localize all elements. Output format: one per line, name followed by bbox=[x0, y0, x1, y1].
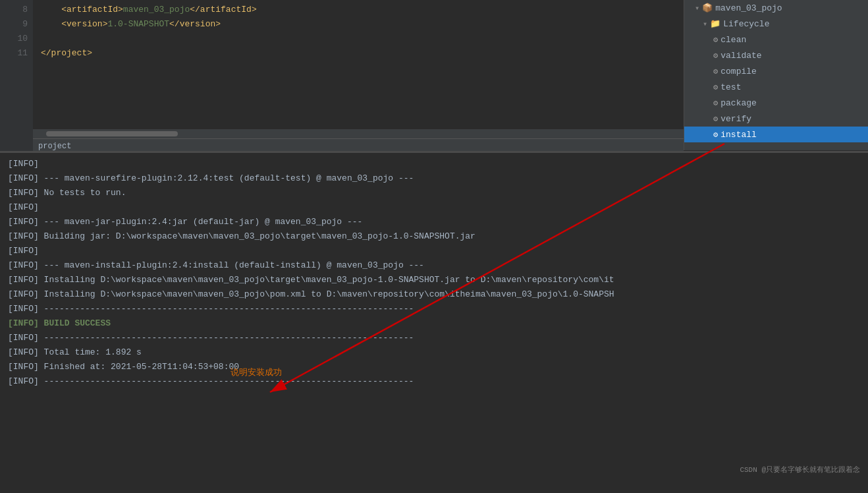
line-numbers: 8 9 10 11 bbox=[0, 0, 33, 152]
lifecycle-item-label: compile bbox=[720, 67, 757, 76]
expand-icon: ▾ bbox=[703, 19, 707, 29]
console-line: [INFO] ---------------------------------… bbox=[8, 302, 860, 316]
console-line: [INFO] Building jar: D:\workspace\maven\… bbox=[8, 229, 860, 244]
lifecycle-icon: 📁 bbox=[710, 18, 720, 29]
panel-divider bbox=[0, 151, 868, 153]
watermark-text: CSDN @只要名字够长就有笔比跟着念 bbox=[740, 465, 860, 475]
editor-scrollbar[interactable] bbox=[33, 129, 684, 138]
lifecycle-item-label: verify bbox=[720, 114, 751, 124]
console-line: [INFO] No tests to run. bbox=[8, 186, 860, 200]
console-line: [INFO] bbox=[8, 200, 860, 215]
console-line: [INFO] Finished at: 2021-05-28T11:04:53+… bbox=[8, 360, 860, 374]
console-build-success: [INFO] BUILD SUCCESS bbox=[8, 316, 860, 331]
gear-icon: ⚙ bbox=[713, 114, 718, 124]
lifecycle-item-label: install bbox=[720, 130, 757, 140]
maven-clean-item[interactable]: ⚙ clean bbox=[684, 32, 868, 47]
console-line: [INFO] --- maven-jar-plugin:2.4:jar (def… bbox=[8, 215, 860, 229]
lifecycle-item-label: package bbox=[720, 98, 757, 108]
lifecycle-item-label: validate bbox=[720, 51, 761, 61]
line-number: 8 bbox=[5, 3, 28, 17]
scrollbar-thumb[interactable] bbox=[46, 131, 178, 136]
gear-icon: ⚙ bbox=[713, 98, 718, 108]
project-label: project bbox=[38, 142, 71, 151]
console-line: [INFO] bbox=[8, 157, 860, 171]
maven-project-icon: 📦 bbox=[702, 3, 713, 13]
line-number: 10 bbox=[5, 32, 28, 46]
lifecycle-item-label: test bbox=[720, 82, 741, 92]
maven-project-item[interactable]: ▾ 📦 maven_03_pojo bbox=[684, 0, 868, 16]
console-area[interactable]: [INFO] [INFO] --- maven-surefire-plugin:… bbox=[0, 153, 868, 493]
gear-icon: ⚙ bbox=[713, 130, 718, 140]
line-number: 11 bbox=[5, 46, 28, 61]
maven-validate-item[interactable]: ⚙ validate bbox=[684, 47, 868, 63]
maven-verify-item[interactable]: ⚙ verify bbox=[684, 111, 868, 127]
console-line: [INFO] ---------------------------------… bbox=[8, 374, 860, 389]
expand-icon: ▾ bbox=[695, 3, 699, 13]
console-line: [INFO] Total time: 1.892 s bbox=[8, 345, 860, 360]
gear-icon: ⚙ bbox=[713, 51, 718, 61]
annotation-text: 说明安装成功 bbox=[231, 366, 282, 378]
console-line: [INFO] ---------------------------------… bbox=[8, 331, 860, 345]
maven-project-name: maven_03_pojo bbox=[715, 3, 782, 13]
maven-install-item[interactable]: ⚙ install bbox=[684, 127, 868, 142]
maven-lifecycle-item[interactable]: ▾ 📁 Lifecycle bbox=[684, 16, 868, 32]
lifecycle-label: Lifecycle bbox=[723, 19, 769, 29]
lifecycle-item-label: clean bbox=[720, 35, 746, 45]
console-line: [INFO] Installing D:\workspace\maven\mav… bbox=[8, 287, 860, 302]
maven-compile-item[interactable]: ⚙ compile bbox=[684, 63, 868, 79]
console-line: [INFO] bbox=[8, 244, 860, 258]
console-line: [INFO] Installing D:\workspace\maven\mav… bbox=[8, 273, 860, 287]
line-number: 9 bbox=[5, 17, 28, 32]
gear-icon: ⚙ bbox=[713, 35, 718, 45]
maven-package-item[interactable]: ⚙ package bbox=[684, 95, 868, 111]
gear-icon: ⚙ bbox=[713, 82, 718, 92]
console-line: [INFO] --- maven-install-plugin:2.4:inst… bbox=[8, 258, 860, 273]
maven-panel: ▾ 📦 maven_03_pojo ▾ 📁 Lifecycle ⚙ clean … bbox=[684, 0, 868, 150]
gear-icon: ⚙ bbox=[713, 67, 718, 76]
maven-test-item[interactable]: ⚙ test bbox=[684, 79, 868, 95]
console-line: [INFO] --- maven-surefire-plugin:2.12.4:… bbox=[8, 171, 860, 186]
